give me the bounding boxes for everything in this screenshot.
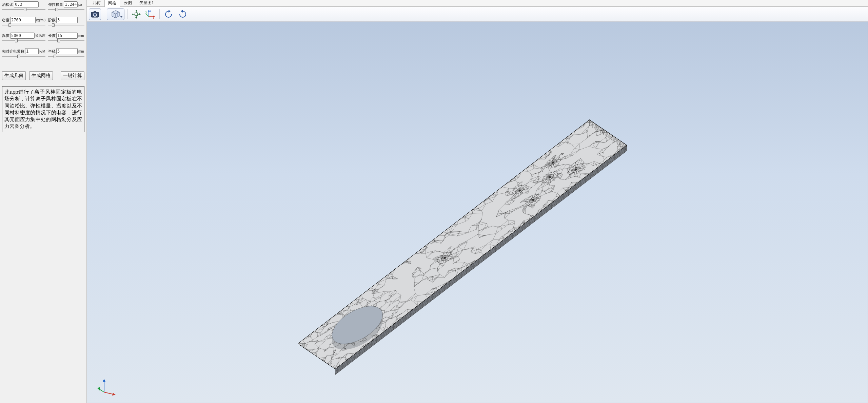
param-input-4[interactable]: [10, 33, 35, 39]
param-label: 泊松比: [2, 2, 13, 7]
pan-button[interactable]: [130, 8, 142, 20]
param-input-1[interactable]: [64, 1, 78, 7]
svg-point-35: [552, 161, 554, 164]
svg-point-31: [444, 257, 446, 259]
tab-bar: 几何网格云图矢量图1: [87, 0, 868, 7]
svg-marker-11: [132, 13, 133, 15]
svg-point-36: [575, 169, 577, 171]
param-input-3[interactable]: [56, 17, 78, 23]
param-label: 相对介电常数: [2, 49, 24, 54]
param-unit: kg/m3: [36, 18, 45, 22]
param-label: 阶数: [48, 18, 56, 23]
param-slider-5[interactable]: [48, 39, 84, 42]
main-area: 几何网格云图矢量图1: [87, 0, 868, 403]
param-slider-6[interactable]: [2, 55, 45, 58]
svg-point-33: [532, 199, 534, 201]
mesh-render: [87, 22, 868, 403]
svg-marker-27: [181, 10, 183, 13]
param-slider-1[interactable]: [48, 8, 84, 11]
param-7: 半径mm: [48, 48, 84, 58]
tab-1[interactable]: 网格: [104, 0, 120, 7]
param-1: 弹性模量pa: [48, 1, 84, 11]
rotate-ccw-button[interactable]: [162, 8, 175, 20]
param-slider-2[interactable]: [2, 24, 45, 26]
svg-rect-1: [94, 11, 96, 13]
svg-marker-10: [135, 17, 137, 19]
viewport-toolbar: z x y: [87, 7, 868, 22]
param-input-7[interactable]: [56, 48, 78, 54]
param-slider-7[interactable]: [48, 55, 84, 58]
rotate-cw-button[interactable]: [177, 8, 189, 20]
param-label: 温度: [2, 33, 9, 38]
generate-geometry-button[interactable]: 生成几何: [2, 71, 26, 80]
svg-marker-12: [139, 13, 141, 15]
param-input-2[interactable]: [10, 17, 36, 23]
svg-text:x: x: [153, 17, 154, 19]
param-label: 长度: [48, 33, 56, 38]
param-input-0[interactable]: [14, 1, 39, 7]
param-unit: 摄氏度: [35, 33, 45, 38]
toolbar-separator: [127, 9, 127, 19]
param-slider-0[interactable]: [2, 8, 45, 11]
view-cube-button[interactable]: [107, 8, 124, 20]
axes-button[interactable]: z x y: [144, 8, 157, 20]
param-0: 泊松比: [2, 1, 45, 11]
param-input-6[interactable]: [25, 48, 39, 54]
tab-2[interactable]: 云图: [120, 0, 136, 6]
parameter-grid: 泊松比弹性模量pa密度kg/m3阶数温度摄氏度长度mm相对介电常数F/M半径mm: [2, 1, 84, 58]
param-unit: mm: [78, 50, 84, 53]
svg-rect-8: [135, 13, 138, 16]
param-unit: F/M: [39, 50, 45, 53]
svg-point-3: [94, 14, 96, 15]
param-unit: pa: [78, 3, 84, 6]
svg-text:y: y: [145, 11, 147, 14]
param-6: 相对介电常数F/M: [2, 48, 45, 58]
param-slider-3[interactable]: [48, 24, 84, 26]
toolbar-separator: [104, 9, 104, 19]
param-input-5[interactable]: [56, 33, 78, 39]
sidebar: 泊松比弹性模量pa密度kg/m3阶数温度摄氏度长度mm相对介电常数F/M半径mm…: [0, 0, 87, 403]
3d-viewport[interactable]: [87, 22, 868, 403]
svg-marker-43: [97, 387, 100, 390]
tab-3[interactable]: 矢量图1: [136, 0, 158, 6]
svg-marker-39: [103, 379, 105, 382]
svg-marker-41: [112, 393, 116, 396]
svg-point-32: [519, 190, 521, 192]
svg-marker-9: [135, 10, 137, 11]
description-box: 此app进行了离子风棒固定板的电场分析，计算离子风棒固定板在不同泊松比、弹性模量…: [2, 86, 84, 132]
svg-point-34: [549, 176, 551, 178]
tab-0[interactable]: 几何: [89, 0, 104, 6]
param-label: 弹性模量: [48, 2, 63, 7]
param-label: 半径: [48, 49, 56, 54]
generate-mesh-button[interactable]: 生成网格: [29, 71, 53, 80]
screenshot-button[interactable]: [89, 8, 101, 20]
param-label: 密度: [2, 18, 9, 23]
one-click-compute-button[interactable]: 一键计算: [61, 71, 84, 80]
param-slider-4[interactable]: [2, 39, 45, 42]
param-unit: mm: [78, 34, 84, 38]
orientation-triad: [97, 377, 118, 397]
param-5: 长度mm: [48, 33, 84, 42]
action-buttons-row: 生成几何 生成网格 一键计算: [2, 71, 84, 80]
svg-text:z: z: [150, 9, 151, 13]
param-4: 温度摄氏度: [2, 33, 45, 42]
param-3: 阶数: [48, 17, 84, 26]
param-2: 密度kg/m3: [2, 17, 45, 26]
svg-marker-26: [169, 10, 171, 13]
toolbar-separator: [159, 9, 160, 19]
chevron-down-icon: [120, 16, 123, 18]
